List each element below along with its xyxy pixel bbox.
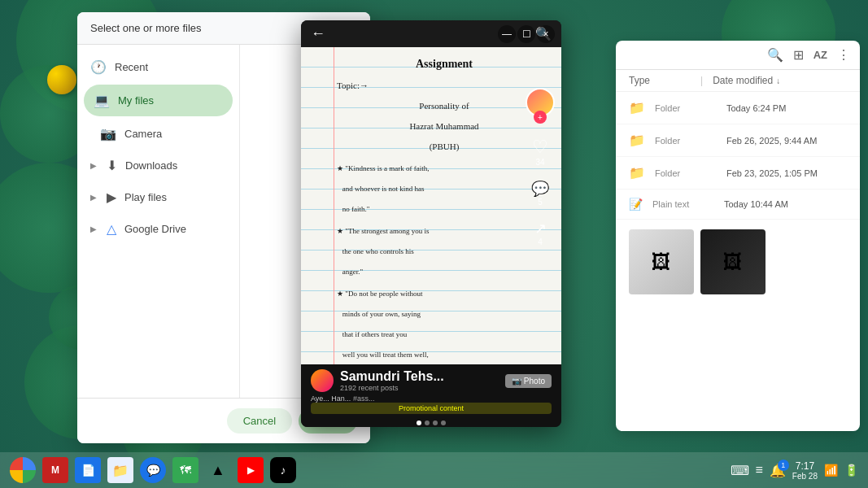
taskbar-icon-docs[interactable]: 📄 [75, 457, 101, 483]
taskbar-icon-maps[interactable]: 🗺 [172, 457, 198, 483]
phone-actions: + ♡ 34 💬 5 ↗ 4 [526, 88, 555, 246]
file-date: Feb 26, 2025, 9:44 AM [726, 136, 847, 146]
file-type: Folder [655, 168, 720, 178]
overlay-name-1: Aye... [311, 394, 331, 403]
like-action[interactable]: ♡ 34 [532, 137, 548, 167]
taskbar-icon-drive[interactable]: ▲ [205, 457, 231, 483]
overlay-name-3: #ass... [353, 394, 375, 403]
play-icon: ▶ [107, 190, 116, 205]
dot-1 [417, 420, 421, 425]
close-button[interactable]: × [537, 25, 555, 43]
post-count: 2192 recent posts [340, 384, 444, 392]
dot-3 [433, 420, 438, 425]
sidebar-item-downloads[interactable]: ▶ ⬇ Downloads [77, 150, 239, 181]
download-icon: ⬇ [107, 158, 117, 173]
taskbar-icon-youtube[interactable]: ▶ [238, 457, 264, 483]
date-column-header: Date modified ↓ [713, 75, 847, 86]
quote-1: ★ "Kindness is a mark of faith, and whoe… [337, 159, 552, 220]
share-action[interactable]: ↗ 4 [534, 220, 547, 246]
files-toolbar: 🔍 ⊞ AZ ⋮ [616, 41, 860, 70]
file-date: Today 6:24 PM [726, 103, 847, 113]
share-count: 4 [534, 237, 547, 246]
date-label: Date modified [713, 75, 773, 86]
expand-icon: ▶ [90, 224, 97, 233]
assignment-content: Assignment Topic:→ Personality ofHazrat … [311, 54, 552, 364]
coin-decoration [47, 65, 76, 94]
follow-badge[interactable]: + [534, 111, 547, 124]
taskbar-icon-files[interactable]: 📁 [107, 457, 133, 483]
search-tool-icon[interactable]: 🔍 [767, 47, 783, 63]
date-display: Feb 28 [792, 472, 818, 481]
file-row[interactable]: 📁 Folder Today 6:24 PM [616, 92, 860, 124]
promo-label: Promotional content [311, 403, 552, 414]
notification-container: 🔔 1 [770, 463, 786, 478]
sort-arrow-icon[interactable]: ↓ [776, 76, 780, 85]
text-file-icon: 📝 [629, 198, 643, 211]
taskbar-icon-messages[interactable]: 💬 [140, 457, 166, 483]
files-header-row: Type | Date modified ↓ [616, 70, 860, 92]
computer-icon: 💻 [94, 93, 110, 108]
file-row[interactable]: 📁 Folder Feb 23, 2025, 1:05 PM [616, 157, 860, 190]
user-avatar [311, 369, 334, 392]
photo-button[interactable]: 📷 Photo [505, 374, 552, 388]
profile-container: + [526, 88, 555, 124]
topic-line: Topic:→ [337, 76, 552, 96]
dot-2 [425, 420, 430, 425]
file-row[interactable]: 📝 Plain text Today 10:44 AM [616, 190, 860, 220]
sidebar-item-label: Camera [124, 128, 162, 140]
file-type: Folder [655, 136, 720, 146]
expand-icon: ▶ [90, 161, 97, 170]
folder-icon: 📁 [629, 133, 645, 148]
taskbar-right: ⌨ ≡ 🔔 1 7:17 Feb 28 📶 🔋 [731, 460, 858, 481]
image-preview-2[interactable]: 🖼 [700, 229, 765, 294]
minimize-button[interactable]: — [498, 25, 516, 43]
folder-icon: 📁 [629, 165, 645, 181]
sidebar-item-label: Recent [115, 61, 148, 73]
file-date: Today 10:44 AM [724, 199, 847, 209]
drive-icon: △ [107, 221, 116, 237]
equalizer-icon[interactable]: ≡ [756, 463, 763, 477]
recent-icon: 🕐 [90, 59, 107, 75]
dot-4 [441, 420, 446, 425]
user-info: Samundri Tehs... 2192 recent posts [340, 369, 444, 392]
taskbar-icon-gmail[interactable]: M [42, 457, 68, 483]
clock: 7:17 Feb 28 [792, 460, 818, 481]
time-display: 7:17 [796, 460, 814, 472]
taskbar-icon-chrome[interactable] [10, 457, 36, 483]
dot-indicators [311, 417, 552, 427]
sidebar-item-label: Downloads [125, 159, 177, 172]
wifi-icon: 📶 [824, 464, 838, 477]
cancel-button[interactable]: Cancel [227, 408, 292, 434]
sort-icon[interactable]: AZ [813, 49, 827, 61]
image-previews: 🖼 🖼 [616, 220, 860, 304]
file-date: Feb 23, 2025, 1:05 PM [726, 168, 847, 178]
share-icon: ↗ [534, 220, 547, 237]
back-button[interactable]: ← [311, 25, 325, 42]
file-row[interactable]: 📁 Folder Feb 26, 2025, 9:44 AM [616, 124, 860, 157]
sidebar-item-play-files[interactable]: ▶ ▶ Play files [77, 181, 239, 213]
file-type: Plain text [652, 199, 718, 209]
comment-icon: 💬 [531, 180, 549, 198]
image-preview-1[interactable]: 🖼 [629, 229, 694, 294]
column-divider: | [700, 75, 703, 86]
file-picker-sidebar: 🕐 Recent 💻 My files 📷 Camera ▶ ⬇ Downloa… [77, 45, 240, 398]
comment-action[interactable]: 💬 5 [531, 180, 549, 207]
more-options-icon[interactable]: ⋮ [837, 47, 850, 63]
sidebar-item-recent[interactable]: 🕐 Recent [77, 51, 239, 83]
sidebar-item-my-files[interactable]: 💻 My files [84, 85, 233, 116]
file-type: Folder [655, 103, 720, 113]
grid-view-icon[interactable]: ⊞ [793, 47, 804, 63]
keyboard-icon[interactable]: ⌨ [731, 463, 749, 478]
maximize-button[interactable]: ☐ [517, 25, 535, 43]
heart-icon: ♡ [532, 137, 548, 158]
user-row: Samundri Tehs... 2192 recent posts 📷 Pho… [311, 369, 552, 392]
overlay-name-2: Han... [331, 394, 353, 403]
subject-text: Personality ofHazrat Muhammad(PBUH) [337, 96, 552, 157]
sidebar-item-label: Google Drive [124, 223, 186, 235]
sidebar-item-camera[interactable]: 📷 Camera [77, 118, 239, 150]
taskbar-icon-tiktok[interactable]: ♪ [270, 457, 296, 483]
phone-bottom-bar: Samundri Tehs... 2192 recent posts 📷 Pho… [301, 364, 561, 427]
files-panel: 🔍 ⊞ AZ ⋮ Type | Date modified ↓ 📁 Folder… [616, 41, 860, 431]
like-count: 34 [532, 158, 548, 167]
sidebar-item-google-drive[interactable]: ▶ △ Google Drive [77, 213, 239, 245]
